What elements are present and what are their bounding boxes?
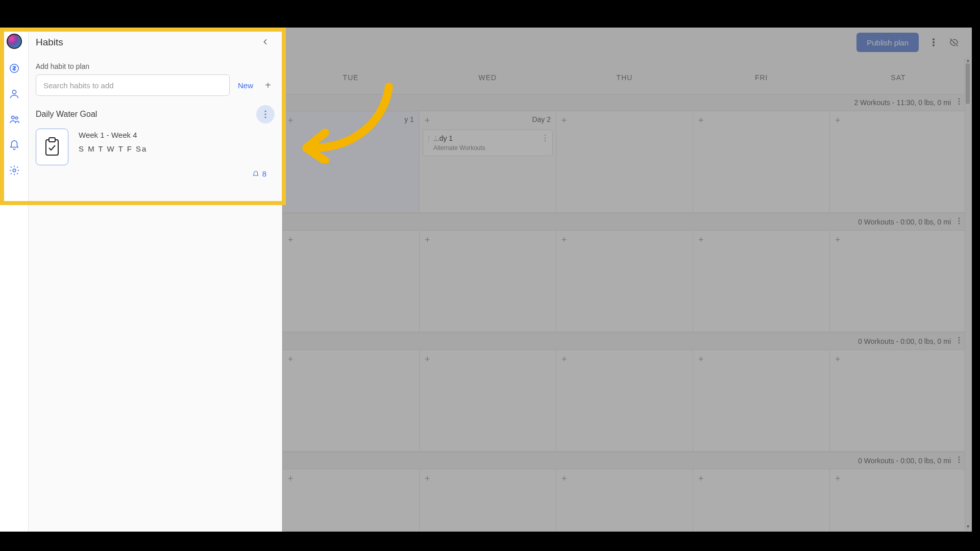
add-workout-button[interactable]: + (835, 354, 841, 365)
add-workout-button[interactable]: + (425, 115, 430, 126)
day-cell[interactable]: + (420, 469, 556, 532)
week-menu-button[interactable] (958, 456, 960, 465)
notifications-icon[interactable] (8, 139, 20, 151)
add-workout-button[interactable]: + (835, 235, 841, 245)
app-window: Habits Add habit to plan New + Daily Wat… (0, 28, 972, 532)
add-workout-button[interactable]: + (698, 354, 704, 365)
svg-point-10 (933, 39, 935, 40)
week-menu-button[interactable] (958, 98, 960, 107)
svg-point-16 (959, 218, 960, 219)
svg-point-13 (959, 98, 960, 100)
week-summary-bar: 0 Workouts - 0:00, 0 lbs, 0 mi (282, 333, 967, 350)
day-cell[interactable]: + (693, 350, 830, 452)
reminder-count: 8 (262, 169, 266, 178)
svg-point-5 (264, 110, 266, 112)
day-cell[interactable]: + (282, 350, 420, 452)
week-row: 2 Workouts - 11:30, 0 lbs, 0 mi+y 1+Day … (282, 94, 967, 213)
svg-point-20 (959, 340, 960, 341)
profile-icon[interactable] (8, 88, 20, 100)
add-workout-button[interactable]: + (561, 354, 567, 365)
new-habit-link[interactable]: New (238, 81, 253, 90)
day-cell[interactable]: + (282, 231, 420, 332)
add-workout-button[interactable]: + (425, 354, 430, 365)
svg-rect-9 (49, 138, 55, 142)
day-cell[interactable]: + (556, 469, 693, 532)
nav-rail (0, 28, 29, 532)
add-workout-button[interactable]: + (698, 115, 704, 126)
day-cell[interactable]: + (556, 350, 693, 452)
habit-menu-button[interactable] (256, 105, 275, 123)
week-summary-text: 2 Workouts - 11:30, 0 lbs, 0 mi (854, 98, 951, 107)
week-summary-text: 0 Workouts - 0:00, 0 lbs, 0 mi (858, 457, 951, 465)
add-workout-button[interactable]: + (698, 235, 704, 245)
day-cell[interactable]: + (420, 350, 556, 452)
day-cell[interactable]: + (830, 469, 967, 532)
panel-title: Habits (36, 37, 63, 48)
day-cell[interactable]: + (693, 469, 830, 532)
day-cell[interactable]: +Day 2⋮⋮...dy 1Alternate Workouts⋮ (420, 111, 556, 213)
day-cell[interactable]: + (830, 231, 967, 332)
add-workout-button[interactable]: + (425, 473, 430, 484)
workout-menu-button[interactable]: ⋮ (541, 133, 549, 143)
day-cell[interactable]: + (693, 111, 830, 213)
billing-icon[interactable] (8, 62, 20, 74)
day-header: TUE (282, 73, 419, 94)
habit-days: S M T W T F Sa (79, 144, 147, 153)
group-icon[interactable] (8, 113, 20, 126)
add-workout-button[interactable]: + (288, 473, 293, 484)
day-cell[interactable]: + (830, 111, 967, 213)
day-cell[interactable]: +y 1 (282, 111, 420, 213)
day-cell[interactable]: + (830, 350, 967, 452)
day-cell[interactable]: + (556, 231, 693, 332)
svg-point-21 (959, 342, 960, 344)
collapse-panel-button[interactable] (261, 38, 271, 47)
svg-point-3 (15, 117, 18, 119)
svg-point-19 (959, 337, 960, 339)
add-workout-button[interactable]: + (288, 235, 293, 245)
day-cell[interactable]: + (556, 111, 693, 213)
drag-handle-icon[interactable]: ⋮⋮ (425, 134, 430, 142)
add-workout-button[interactable]: + (288, 115, 293, 126)
svg-point-4 (13, 169, 16, 172)
add-workout-button[interactable]: + (835, 115, 841, 126)
add-habit-label: Add habit to plan (29, 54, 282, 74)
add-workout-button[interactable]: + (561, 473, 567, 484)
habit-reminder[interactable]: 8 (36, 165, 275, 178)
svg-point-17 (959, 220, 960, 222)
svg-point-18 (959, 223, 960, 224)
habit-week-range: Week 1 - Week 4 (79, 131, 147, 139)
add-habit-button[interactable]: + (261, 79, 275, 92)
svg-point-24 (959, 462, 960, 463)
week-menu-button[interactable] (958, 337, 960, 346)
week-summary-text: 0 Workouts - 0:00, 0 lbs, 0 mi (858, 218, 951, 226)
calendar: Publish plan TUEWEDTHUFRISAT 2 Workouts … (282, 28, 972, 532)
day-header: SAT (830, 73, 967, 94)
add-workout-button[interactable]: + (835, 473, 841, 484)
day-cell[interactable]: + (282, 469, 420, 532)
day-header: FRI (693, 73, 830, 94)
add-workout-button[interactable]: + (561, 235, 567, 245)
add-workout-button[interactable]: + (561, 115, 567, 126)
publish-button[interactable]: Publish plan (856, 33, 919, 52)
week-menu-button[interactable] (958, 217, 960, 227)
workout-card[interactable]: ⋮⋮...dy 1Alternate Workouts⋮ (423, 130, 553, 156)
more-menu-icon[interactable] (928, 37, 939, 48)
svg-point-6 (264, 113, 266, 115)
week-row: 0 Workouts - 0:00, 0 lbs, 0 mi+++++ (282, 213, 967, 333)
day-cell[interactable]: + (693, 231, 830, 332)
add-workout-button[interactable]: + (288, 354, 293, 365)
search-habits-input[interactable] (36, 74, 230, 96)
workout-title: ...dy 1 (433, 134, 548, 142)
add-workout-button[interactable]: + (698, 473, 704, 484)
workout-subtitle: Alternate Workouts (433, 144, 548, 152)
settings-icon[interactable] (8, 164, 20, 177)
day-cell[interactable]: + (420, 231, 556, 332)
add-workout-button[interactable]: + (425, 235, 430, 245)
week-row: 0 Workouts - 0:00, 0 lbs, 0 mi+++++ (282, 333, 967, 452)
app-logo (7, 34, 22, 49)
day-badge: y 1 (404, 115, 414, 123)
vertical-scrollbar[interactable]: ▴ ▾ (965, 57, 971, 530)
habits-panel: Habits Add habit to plan New + Daily Wat… (29, 28, 282, 532)
visibility-off-icon[interactable] (948, 37, 960, 48)
week-summary-text: 0 Workouts - 0:00, 0 lbs, 0 mi (858, 337, 951, 345)
